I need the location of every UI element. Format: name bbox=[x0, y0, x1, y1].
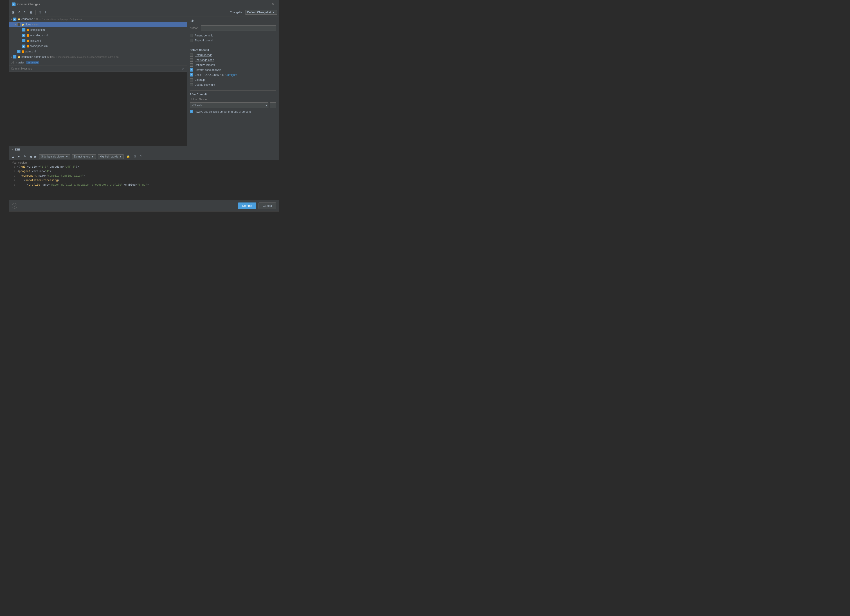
changelist-arrow-icon: ▼ bbox=[272, 11, 275, 14]
tree-row[interactable]: ▶ 🟧 workspace.xml bbox=[9, 43, 187, 49]
upload-more-button[interactable]: ... bbox=[270, 102, 276, 108]
upload-row: <None> ... bbox=[190, 102, 276, 108]
file-tree: ▼ 📁 education 5 files F:\education-study… bbox=[9, 16, 187, 60]
file-checkbox[interactable] bbox=[13, 55, 16, 58]
changelist-dropdown[interactable]: Default Changelist ▼ bbox=[245, 10, 277, 15]
author-row: Author: bbox=[190, 25, 276, 31]
optimize-checkbox[interactable] bbox=[190, 63, 193, 67]
file-checkbox[interactable] bbox=[22, 45, 25, 48]
viewer-arrow-icon: ▼ bbox=[66, 155, 68, 158]
tree-row[interactable]: ▶ 🟧 compiler.xml bbox=[9, 27, 187, 33]
configure-link[interactable]: Configure bbox=[226, 73, 237, 76]
upload-select[interactable]: <None> bbox=[190, 102, 268, 108]
reformat-checkbox[interactable] bbox=[190, 54, 193, 57]
cleanup-label: Cleanup bbox=[195, 78, 205, 81]
cleanup-checkbox[interactable] bbox=[190, 78, 193, 81]
move-up-button[interactable]: ⬆ bbox=[38, 10, 42, 15]
check-todo-checkbox[interactable] bbox=[190, 73, 193, 76]
tree-count: 12 files bbox=[47, 55, 55, 58]
tree-row[interactable]: ▼ 📁 .idea 4 files bbox=[9, 22, 187, 27]
folder-icon: 📁 bbox=[17, 55, 21, 58]
highlight-dropdown[interactable]: Highlight words ▼ bbox=[98, 154, 124, 159]
tree-row[interactable]: ▼ 📁 education 5 files F:\education-study… bbox=[9, 16, 187, 22]
always-row: Always use selected server or group of s… bbox=[190, 110, 276, 114]
rearrange-checkbox[interactable] bbox=[190, 58, 193, 62]
lock-icon[interactable]: 🔒 bbox=[126, 154, 131, 158]
expand-all-button[interactable]: ⊞ bbox=[11, 10, 15, 15]
dialog-title: Commit Changes bbox=[17, 3, 40, 6]
branch-icon: ⎇ bbox=[11, 61, 14, 64]
group-button[interactable]: ⊟ bbox=[28, 10, 33, 15]
tree-label: .idea bbox=[25, 23, 31, 26]
cancel-button[interactable]: Cancel bbox=[259, 202, 276, 209]
tree-row[interactable]: ▶ 🟧 encodings.xml bbox=[9, 33, 187, 38]
amend-label: Amend commit bbox=[195, 34, 212, 37]
code-pane[interactable]: 1 <?xml version="1.0" encoding="UTF-8"?>… bbox=[9, 165, 279, 200]
commit-button[interactable]: Commit bbox=[238, 202, 256, 209]
always-checkbox[interactable] bbox=[190, 110, 193, 113]
code-line-5: 5 <profile name="Maven default annotatio… bbox=[9, 183, 279, 188]
rearrange-label: Rearrange code bbox=[195, 58, 214, 62]
toolbar-separator bbox=[35, 10, 36, 15]
xml-icon: 🟧 bbox=[26, 45, 30, 48]
diff-toggle[interactable]: ▼ bbox=[11, 148, 13, 151]
changelist-value: Default Changelist bbox=[247, 11, 271, 14]
diff-title: Diff bbox=[15, 148, 20, 151]
tree-label: workspace.xml bbox=[30, 45, 48, 48]
update-copyright-label: Update copyright bbox=[195, 83, 215, 87]
line-num: 1 bbox=[9, 166, 17, 168]
tree-row[interactable]: ▶ 🟧 pom.xml bbox=[9, 49, 187, 54]
left-panel: ▼ 📁 education 5 files F:\education-study… bbox=[9, 16, 187, 146]
commit-message-section: Commit Message ⤢ bbox=[9, 66, 187, 146]
rearrange-row: Rearrange code bbox=[190, 58, 276, 62]
diff-down-button[interactable]: ▼ bbox=[17, 154, 21, 159]
file-checkbox[interactable] bbox=[22, 28, 25, 31]
code-line-3: 3 <component name="CompilerConfiguration… bbox=[9, 174, 279, 179]
file-checkbox[interactable] bbox=[22, 34, 25, 37]
ignore-arrow-icon: ▼ bbox=[91, 155, 94, 158]
diff-up-button[interactable]: ▲ bbox=[11, 154, 15, 159]
line-content: <?xml version="1.0" encoding="UTF-8"?> bbox=[17, 165, 79, 169]
expand-message-icon[interactable]: ⤢ bbox=[181, 66, 185, 71]
title-bar-left: J Commit Changes bbox=[12, 3, 40, 6]
added-badge: 23 added bbox=[26, 61, 39, 64]
xml-icon: 🟧 bbox=[26, 28, 30, 31]
signoff-checkbox[interactable] bbox=[190, 39, 193, 42]
file-checkbox[interactable] bbox=[17, 50, 21, 53]
code-analysis-checkbox[interactable] bbox=[190, 69, 193, 72]
help-button[interactable]: ? bbox=[12, 203, 17, 209]
tree-label: compiler.xml bbox=[30, 28, 45, 31]
tree-label: education bbox=[21, 18, 33, 21]
viewer-dropdown[interactable]: Side-by-side viewer ▼ bbox=[39, 154, 70, 159]
close-button[interactable]: ✕ bbox=[271, 1, 276, 7]
signoff-label: Sign-off commit bbox=[195, 39, 213, 42]
commit-message-body bbox=[9, 72, 187, 146]
line-content: <component name="CompilerConfiguration"> bbox=[17, 174, 85, 178]
separator bbox=[190, 46, 276, 46]
tree-count: 4 files bbox=[32, 23, 39, 26]
title-bar: J Commit Changes ✕ bbox=[9, 0, 279, 8]
diff-next-button[interactable]: ▶ bbox=[34, 154, 37, 159]
help-inline-icon[interactable]: ? bbox=[139, 154, 142, 158]
edit-icon[interactable]: ✎ bbox=[23, 154, 27, 158]
tree-row[interactable]: ▶ 🟧 misc.xml bbox=[9, 38, 187, 43]
file-checkbox[interactable] bbox=[13, 18, 16, 21]
move-down-button[interactable]: ⬇ bbox=[43, 10, 48, 15]
redo-button[interactable]: ↻ bbox=[23, 10, 27, 15]
file-checkbox[interactable] bbox=[22, 39, 25, 42]
reformat-label: Reformat code bbox=[195, 54, 212, 57]
undo-button[interactable]: ↺ bbox=[17, 10, 21, 15]
expand-icon: ▼ bbox=[14, 23, 17, 26]
before-commit-title: Before Commit bbox=[190, 49, 276, 52]
diff-prev-button[interactable]: ◀ bbox=[29, 154, 32, 159]
file-checkbox[interactable] bbox=[17, 23, 21, 26]
changelist-label: Changelist: bbox=[230, 11, 244, 14]
settings-icon[interactable]: ⚙ bbox=[133, 154, 137, 158]
author-input[interactable] bbox=[201, 25, 276, 31]
ignore-dropdown[interactable]: Do not ignore ▼ bbox=[72, 154, 96, 159]
tree-row[interactable]: ▶ 📁 education-admin-api 12 files F:\educ… bbox=[9, 54, 187, 60]
amend-checkbox[interactable] bbox=[190, 34, 193, 37]
commit-message-input[interactable] bbox=[10, 73, 186, 145]
update-copyright-checkbox[interactable] bbox=[190, 83, 193, 87]
after-commit-title: After Commit bbox=[190, 93, 276, 96]
